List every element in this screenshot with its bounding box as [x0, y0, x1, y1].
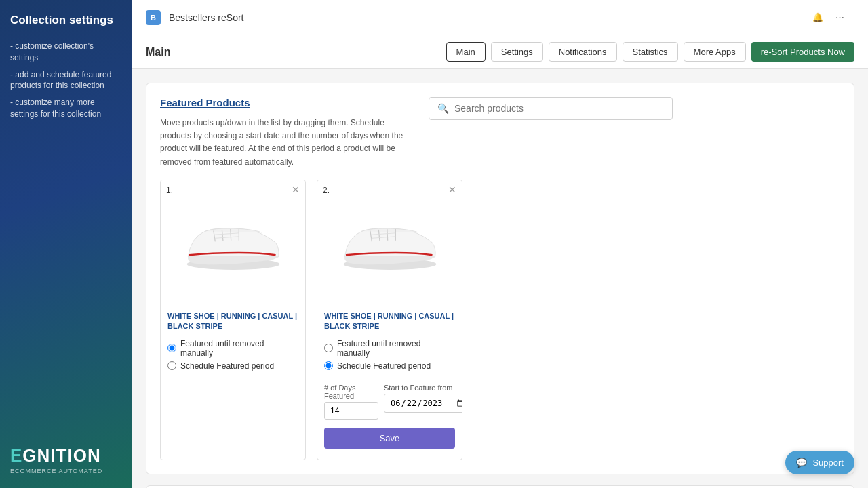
- date-input[interactable]: [384, 394, 462, 413]
- product-name-1[interactable]: WHITE SHOE | RUNNING | CASUAL | BLACK ST…: [161, 306, 305, 336]
- tab-more-apps[interactable]: More Apps: [684, 42, 746, 62]
- content-area: Featured Products Move products up/down …: [132, 69, 868, 488]
- save-button[interactable]: Save: [324, 428, 455, 449]
- tab-settings[interactable]: Settings: [491, 42, 543, 62]
- sidebar-item-0[interactable]: - customize collection's settings: [10, 41, 122, 64]
- product-remove-2[interactable]: ✕: [448, 184, 456, 195]
- radio-schedule-1[interactable]: Schedule Featured period: [167, 361, 298, 371]
- app-icon: B: [146, 10, 161, 25]
- sidebar-logo: EGNITION ECOMMERCE AUTOMATED: [10, 445, 122, 474]
- nav-title: Main: [146, 46, 170, 58]
- product-remove-1[interactable]: ✕: [292, 184, 300, 195]
- logo-subtitle: ECOMMERCE AUTOMATED: [10, 468, 122, 474]
- top-bar: B Bestsellers reSort 🔔 ⋯: [132, 0, 868, 35]
- product-card-2: 2. ✕: [317, 180, 462, 460]
- search-input[interactable]: [454, 103, 664, 114]
- product-options-1: Featured until removed manually Schedule…: [161, 336, 305, 380]
- product-img-2: [317, 180, 462, 306]
- days-group: # of Days Featured: [324, 384, 378, 420]
- field-row: # of Days Featured Start to Feature from: [324, 384, 455, 420]
- tab-notifications[interactable]: Notifications: [549, 42, 617, 62]
- featured-heading[interactable]: Featured Products: [160, 97, 418, 108]
- product-img-1: [161, 180, 305, 306]
- bell-icon[interactable]: 🔔: [808, 8, 827, 27]
- app-name: Bestsellers reSort: [169, 12, 803, 23]
- product-options-2: Featured until removed manually Schedule…: [317, 336, 462, 380]
- search-icon: 🔍: [437, 103, 449, 114]
- more-icon[interactable]: ⋯: [830, 8, 849, 27]
- featured-right: 🔍: [429, 97, 840, 169]
- sidebar-title: Collection settings: [10, 14, 122, 27]
- collection-settings-panel: Collection Settings Load from another co…: [146, 485, 854, 488]
- tab-statistics[interactable]: Statistics: [623, 42, 678, 62]
- nav-bar: Main Main Settings Notifications Statist…: [132, 35, 868, 69]
- shoe-svg-2: [339, 209, 441, 277]
- product-num-1: 1.: [166, 186, 173, 195]
- svg-line-10: [387, 229, 387, 241]
- featured-left: Featured Products Move products up/down …: [160, 97, 418, 169]
- sidebar: Collection settings - customize collecti…: [0, 0, 132, 488]
- sidebar-bottom: EGNITION ECOMMERCE AUTOMATED: [10, 445, 122, 474]
- tab-main[interactable]: Main: [446, 42, 486, 62]
- date-group: Start to Feature from: [384, 384, 462, 420]
- shoe-svg-1: [182, 209, 284, 277]
- featured-products-panel: Featured Products Move products up/down …: [146, 83, 854, 474]
- support-chat-icon: 💬: [796, 458, 807, 468]
- support-label: Support: [812, 458, 844, 468]
- product-num-2: 2.: [323, 186, 330, 195]
- logo-rest: GNITION: [22, 445, 100, 466]
- featured-layout: Featured Products Move products up/down …: [160, 97, 840, 169]
- days-input[interactable]: [324, 402, 378, 420]
- date-label: Start to Feature from: [384, 384, 462, 392]
- top-bar-icons: 🔔 ⋯: [808, 8, 849, 27]
- main-content: B Bestsellers reSort 🔔 ⋯ Main Main Setti…: [132, 0, 868, 488]
- radio-schedule-2[interactable]: Schedule Featured period: [324, 361, 455, 371]
- featured-description: Move products up/down in the list by dra…: [160, 117, 418, 169]
- logo-e: E: [10, 445, 22, 466]
- search-box: 🔍: [429, 97, 673, 120]
- resort-button[interactable]: re-Sort Products Now: [751, 42, 854, 62]
- radio-manual-1[interactable]: Featured until removed manually: [167, 339, 298, 358]
- sidebar-item-1[interactable]: - add and schedule featured products for…: [10, 69, 122, 92]
- days-label: # of Days Featured: [324, 384, 378, 400]
- product-card-1: 1. ✕: [160, 180, 306, 460]
- support-button[interactable]: 💬 Support: [785, 451, 854, 474]
- radio-manual-2[interactable]: Featured until removed manually: [324, 339, 455, 358]
- schedule-fields: # of Days Featured Start to Feature from…: [317, 380, 462, 460]
- svg-line-3: [230, 229, 231, 241]
- product-name-2[interactable]: WHITE SHOE | RUNNING | CASUAL | BLACK ST…: [317, 306, 462, 336]
- sidebar-item-2[interactable]: - customize many more settings for this …: [10, 97, 122, 120]
- logo-text: EGNITION: [10, 445, 122, 466]
- products-row: 1. ✕: [160, 180, 840, 460]
